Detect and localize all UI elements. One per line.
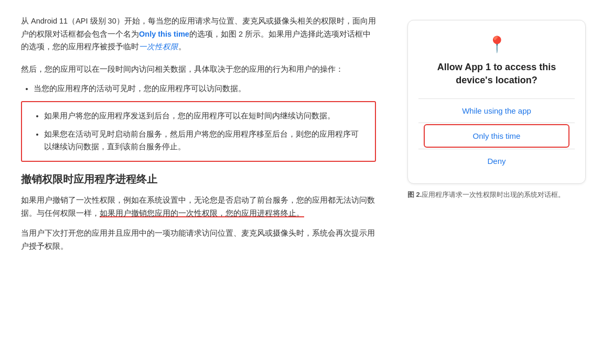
deny-button[interactable]: Deny [418,149,575,173]
para1: 如果用户撤销了一次性权限，例如在系统设置中，无论您是否启动了前台服务，您的应用都… [21,194,376,219]
bullet-item-1: 当您的应用程序的活动可见时，您的应用程序可以访问数据。 [34,82,376,95]
intro-paragraph: 从 Android 11（API 级别 30）开始，每当您的应用请求与位置、麦克… [21,15,376,53]
dialog-title: Allow App 1 to access this device's loca… [418,61,575,87]
red-bullet-2: 如果您在活动可见时启动前台服务，然后用户将您的应用程序移至后台，则您的应用程序可… [44,128,365,153]
red-bullet-1: 如果用户将您的应用程序发送到后台，您的应用程序可以在短时间内继续访问数据。 [44,109,365,123]
only-this-time-button[interactable]: Only this time [424,124,569,148]
italic-one-time: 一次性权限 [139,42,178,51]
while-using-button[interactable]: While using the app [418,99,575,123]
divider-2 [418,123,575,123]
location-icon: 📍 [487,35,507,53]
figure-caption-text: 应用程序请求一次性权限时出现的系统对话框。 [422,191,565,198]
figure-caption: 图 2.应用程序请求一次性权限时出现的系统对话框。 [407,190,586,200]
para2: 当用户下次打开您的应用并且应用中的一项功能请求访问位置、麦克风或摄像头时，系统会… [21,227,376,252]
figure-number: 图 2. [407,191,422,198]
access-intro: 然后，您的应用可以在一段时间内访问相关数据，具体取决于您的应用的行为和用户的操作… [21,63,376,76]
bold-only-this-time: Only this time [139,30,189,38]
red-box-bullets: 如果用户将您的应用程序发送到后台，您的应用程序可以在短时间内继续访问数据。 如果… [21,101,376,162]
left-column: 从 Android 11（API 级别 30）开始，每当您的应用请求与位置、麦克… [21,15,376,349]
section-heading: 撤销权限时应用程序进程终止 [21,172,376,186]
para1-underline: 如果用户撤销您应用的一次性权限，您的应用进程将终止。 [100,209,304,217]
bullets-list-1: 当您的应用程序的活动可见时，您的应用程序可以访问数据。 [34,82,376,95]
right-column: 📍 Allow App 1 to access this device's lo… [397,15,596,349]
intro-part3: 。 [178,42,186,51]
android-dialog: 📍 Allow App 1 to access this device's lo… [407,20,586,184]
dialog-buttons: While using the app Only this time Deny [418,99,575,173]
red-bullet-list: 如果用户将您的应用程序发送到后台，您的应用程序可以在短时间内继续访问数据。 如果… [44,109,365,153]
